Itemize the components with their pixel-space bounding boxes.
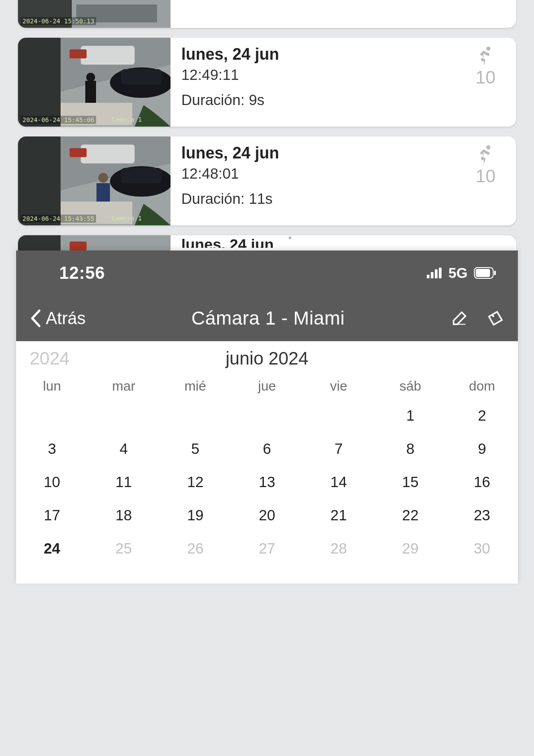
event-time: 12:48:01	[181, 165, 466, 182]
calendar-grid: lunmarmiéjueviesábdom.....12345678910111…	[16, 375, 518, 565]
calendar-day[interactable]: 27	[231, 532, 303, 565]
event-card-partial-top[interactable]: 2024-06-24 15:50:13	[18, 0, 516, 28]
svg-rect-33	[439, 268, 442, 278]
calendar-day[interactable]: 23	[446, 499, 518, 532]
event-date: lunes, 24 jun	[171, 235, 274, 248]
calendar-day[interactable]: 5	[159, 432, 231, 466]
svg-rect-21	[121, 168, 162, 183]
phone-panel: 12:56 5G A	[16, 251, 518, 584]
calendar-dow: vie	[303, 375, 375, 399]
svg-rect-31	[431, 272, 433, 278]
month-label: junio 2024	[92, 348, 442, 369]
motion-badge: 10	[466, 144, 505, 186]
running-person-icon	[474, 144, 497, 166]
year-faded-label[interactable]: 2024	[30, 348, 92, 369]
calendar-day[interactable]: 24	[16, 532, 88, 565]
svg-rect-4	[18, 38, 61, 127]
calendar-day[interactable]: 3	[16, 432, 88, 466]
svg-point-37	[492, 315, 495, 317]
back-label: Atrás	[46, 309, 86, 328]
calendar-day[interactable]: 13	[231, 466, 303, 499]
calendar-dow: sáb	[375, 375, 446, 399]
calendar-dow: mié	[159, 375, 231, 399]
calendar-dow: dom	[446, 375, 518, 399]
thumb-timestamp: 2024-06-24 15:43:55	[21, 215, 96, 223]
page-title: Cámara 1 - Miami	[86, 308, 451, 329]
svg-point-14	[486, 47, 490, 51]
calendar-day[interactable]: 30	[446, 532, 518, 565]
edit-icon[interactable]	[451, 309, 468, 327]
calendar-day[interactable]: 15	[375, 466, 446, 499]
svg-rect-18	[81, 145, 135, 163]
svg-rect-30	[427, 275, 429, 278]
calendar-day[interactable]: 4	[88, 432, 160, 466]
thumb-timestamp: 2024-06-24 15:50:13	[21, 17, 96, 25]
event-date: lunes, 24 jun	[181, 45, 466, 64]
motion-badge: 10	[466, 45, 505, 88]
chevron-left-icon	[30, 309, 41, 327]
calendar-day[interactable]: 10	[16, 466, 88, 499]
calendar-day[interactable]: 19	[159, 499, 231, 532]
motion-badge	[274, 235, 313, 251]
tag-icon[interactable]	[486, 309, 504, 327]
calendar-dow: lun	[16, 375, 88, 399]
svg-point-23	[98, 173, 108, 183]
event-duration: Duración: 9s	[181, 92, 466, 109]
svg-rect-19	[70, 148, 87, 157]
event-thumbnail: 2024-06-24 15:45:06 Camera 1	[18, 38, 171, 127]
calendar-day[interactable]: 1	[375, 399, 446, 432]
back-button[interactable]: Atrás	[30, 309, 86, 328]
calendar-day[interactable]: 26	[159, 532, 231, 565]
calendar-day[interactable]: 6	[231, 432, 303, 466]
thumb-camera-label: Camera 1	[112, 116, 142, 123]
svg-point-29	[289, 237, 291, 239]
calendar-day[interactable]: 2	[446, 399, 518, 432]
calendar-day[interactable]: 9	[446, 432, 518, 466]
thumb-timestamp: 2024-06-24 15:45:06	[21, 116, 96, 124]
svg-point-25	[486, 145, 490, 149]
svg-rect-32	[435, 269, 438, 278]
calendar-day[interactable]: 8	[375, 432, 446, 466]
thumb-camera-label: Camera 1	[112, 215, 142, 222]
calendar-day[interactable]: 22	[375, 499, 446, 532]
calendar-day[interactable]: 11	[88, 466, 160, 499]
calendar-day[interactable]: 20	[231, 499, 303, 532]
motion-count: 10	[476, 166, 496, 186]
running-person-icon	[474, 45, 497, 67]
calendar-day[interactable]: 29	[375, 532, 446, 565]
event-date: lunes, 24 jun	[181, 144, 466, 163]
calendar-day[interactable]: 25	[88, 532, 160, 565]
event-thumbnail	[18, 235, 171, 251]
svg-rect-6	[81, 46, 135, 65]
calendar-day[interactable]: 16	[446, 466, 518, 499]
event-card-partial-bottom[interactable]: lunes, 24 jun	[18, 235, 516, 251]
calendar-day[interactable]: 28	[303, 532, 375, 565]
svg-rect-28	[70, 242, 87, 251]
calendar: 2024 junio 2024 lunmarmiéjueviesábdom...…	[16, 341, 518, 565]
calendar-day[interactable]: 21	[303, 499, 375, 532]
svg-rect-9	[121, 69, 162, 84]
calendar-day[interactable]: 7	[303, 432, 375, 466]
svg-rect-35	[476, 269, 490, 277]
calendar-dow: jue	[231, 375, 303, 399]
running-person-icon	[280, 235, 296, 251]
event-time: 12:49:11	[181, 66, 466, 84]
svg-point-11	[86, 73, 95, 82]
event-thumbnail: 2024-06-24 15:50:13	[18, 0, 171, 28]
event-card[interactable]: 2024-06-24 15:45:06 Camera 1 lunes, 24 j…	[18, 38, 516, 127]
calendar-day[interactable]: 17	[16, 499, 88, 532]
calendar-day[interactable]: 12	[159, 466, 231, 499]
calendar-dow: mar	[88, 375, 160, 399]
nav-bar: Atrás Cámara 1 - Miami	[16, 295, 518, 341]
svg-rect-27	[18, 235, 61, 251]
svg-rect-36	[494, 271, 496, 275]
calendar-day[interactable]: 14	[303, 466, 375, 499]
motion-count: 10	[476, 67, 496, 88]
calendar-day[interactable]: 18	[88, 499, 160, 532]
event-card[interactable]: 2024-06-24 15:43:55 Camera 1 lunes, 24 j…	[18, 136, 516, 225]
signal-icon	[427, 268, 442, 278]
network-label: 5G	[448, 265, 468, 281]
event-duration: Duración: 11s	[181, 190, 466, 207]
svg-rect-7	[70, 49, 87, 58]
event-thumbnail: 2024-06-24 15:43:55 Camera 1	[18, 136, 171, 225]
